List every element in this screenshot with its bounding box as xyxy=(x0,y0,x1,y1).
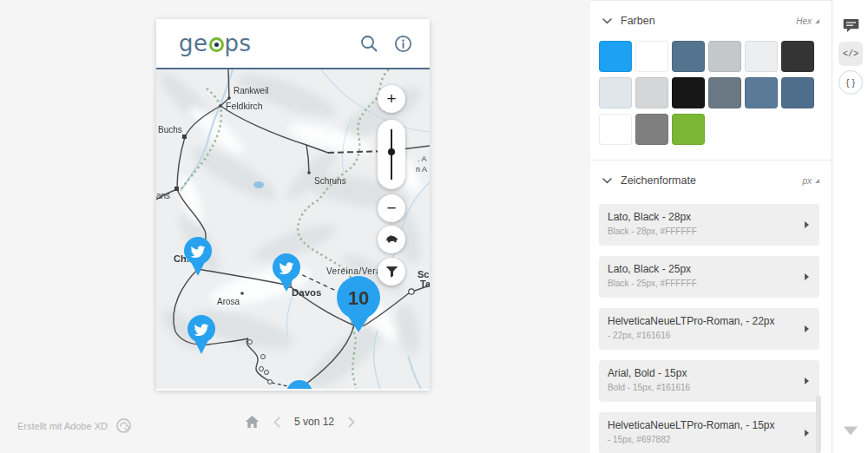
chevron-down-icon[interactable] xyxy=(602,18,612,24)
style-title: Arial, Bold - 15px xyxy=(608,367,797,379)
next-artboard-icon[interactable] xyxy=(348,417,355,428)
chevron-right-icon xyxy=(805,378,809,384)
style-title: HelveticaNeueLTPro-Roman, - 22px xyxy=(608,315,797,327)
label-schruns: Schruns xyxy=(314,176,346,186)
chevron-right-icon xyxy=(805,430,809,437)
label-feldkirch: Feldkirch xyxy=(226,101,263,111)
color-swatch[interactable] xyxy=(708,77,741,108)
color-swatch[interactable] xyxy=(635,114,668,145)
colors-section-title: Farben xyxy=(621,15,655,27)
style-subtitle: - 22px, #161616 xyxy=(608,331,797,340)
color-swatch[interactable] xyxy=(635,41,668,72)
chevron-right-icon xyxy=(805,273,809,280)
color-swatch-grid xyxy=(590,36,832,145)
color-swatch[interactable] xyxy=(745,77,778,108)
color-swatch[interactable] xyxy=(745,41,778,72)
style-subtitle: Black - 28px, #FFFFFF xyxy=(608,226,797,236)
label-tarasp-partial: Tar xyxy=(420,279,430,289)
character-style-card[interactable]: Lato, Black - 28px Black - 28px, #FFFFFF xyxy=(599,204,819,246)
typography-section-title: Zeichenformate xyxy=(621,174,696,187)
character-style-card[interactable]: Arial, Bold - 15px Bold - 15px, #161616 xyxy=(599,360,819,402)
filter-button[interactable] xyxy=(378,258,405,286)
logo-text-post: ps xyxy=(225,30,252,56)
prev-artboard-icon[interactable] xyxy=(273,417,280,428)
adobe-cc-icon xyxy=(115,417,132,434)
color-swatch[interactable] xyxy=(599,77,632,108)
right-toolbar: </> { } xyxy=(832,0,868,453)
artboard-pagination: 5 von 12 xyxy=(245,415,355,429)
style-title: Lato, Black - 25px xyxy=(608,263,797,275)
json-view-button[interactable]: { } xyxy=(838,70,863,95)
zoom-out-button[interactable]: − xyxy=(378,194,405,222)
credit-text: Erstellt mit Adobe XD xyxy=(17,421,108,431)
character-style-list: Lato, Black - 28px Black - 28px, #FFFFFF… xyxy=(590,195,832,453)
color-swatch[interactable] xyxy=(672,41,705,72)
spec-panel: Farben Hex Zeichenformate px xyxy=(590,0,832,453)
section-divider xyxy=(590,160,832,161)
panel-scrollbar-thumb[interactable] xyxy=(816,396,821,453)
label-rankweil: Rankweil xyxy=(233,86,269,95)
app-header: ge ps xyxy=(156,19,430,69)
comments-button[interactable] xyxy=(838,13,863,37)
label-edge-right-2: n A xyxy=(416,165,427,174)
comment-bubble-icon xyxy=(843,18,859,33)
character-style-card[interactable]: HelveticaNeueLTPro-Roman, - 22px - 22px,… xyxy=(599,308,819,350)
color-swatch[interactable] xyxy=(708,41,741,72)
color-swatch[interactable] xyxy=(599,41,632,72)
color-swatch[interactable] xyxy=(781,41,814,72)
artboard-preview[interactable]: ge ps xyxy=(156,19,430,391)
style-title: Lato, Black - 28px xyxy=(608,211,797,223)
color-swatch[interactable] xyxy=(781,77,814,108)
animal-icon xyxy=(385,234,399,246)
label-edge-right-1: . A xyxy=(418,154,427,163)
style-subtitle: Bold - 15px, #161616 xyxy=(608,383,797,392)
label-arosa: Arosa xyxy=(217,297,240,306)
zoom-slider-thumb[interactable] xyxy=(388,148,395,155)
label-sargans-partial: ans xyxy=(156,191,170,200)
logo-o-ring-icon xyxy=(209,37,224,52)
dropdown-triangle-icon xyxy=(815,19,819,23)
triangle-down-icon xyxy=(843,426,858,436)
info-icon[interactable] xyxy=(394,35,412,53)
typo-unit-label: px xyxy=(802,176,812,186)
search-icon[interactable] xyxy=(359,34,378,53)
style-subtitle: Black - 25px, #FFFFFF xyxy=(608,279,797,288)
braces-icon: { } xyxy=(846,77,855,88)
filter-funnel-icon xyxy=(385,266,398,279)
chevron-right-icon xyxy=(805,221,809,228)
label-davos: Davos xyxy=(292,287,322,298)
code-icon: </> xyxy=(843,49,858,59)
character-style-card[interactable]: Lato, Black - 25px Black - 25px, #FFFFFF xyxy=(599,256,819,298)
style-subtitle: - 15px, #697882 xyxy=(608,435,797,444)
lake xyxy=(253,181,264,188)
color-unit-dropdown[interactable]: Hex xyxy=(796,16,819,26)
label-buchs: Buchs xyxy=(158,125,182,135)
dropdown-triangle-icon xyxy=(815,179,819,183)
color-swatch[interactable] xyxy=(635,77,668,108)
zoom-slider[interactable] xyxy=(378,120,405,189)
cluster-count: 10 xyxy=(348,287,369,309)
home-icon[interactable] xyxy=(245,415,260,429)
collapse-indicator[interactable] xyxy=(838,418,863,443)
wildlife-layer-button[interactable] xyxy=(378,226,405,253)
page-indicator: 5 von 12 xyxy=(294,416,334,428)
color-swatch[interactable] xyxy=(672,114,705,145)
typography-section-header[interactable]: Zeichenformate px xyxy=(590,166,832,195)
color-swatch[interactable] xyxy=(672,77,705,108)
geops-logo: ge ps xyxy=(179,30,252,56)
colors-section-header[interactable]: Farben Hex xyxy=(590,6,832,36)
chevron-down-icon[interactable] xyxy=(602,178,612,184)
logo-text-pre: ge xyxy=(179,30,208,56)
color-unit-label: Hex xyxy=(796,16,812,26)
color-swatch[interactable] xyxy=(599,114,632,145)
code-view-button[interactable]: </> xyxy=(838,42,863,66)
typo-unit-dropdown[interactable]: px xyxy=(802,176,819,186)
style-title: HelveticaNeueLTPro-Roman, - 15px xyxy=(608,419,797,431)
zoom-in-button[interactable]: + xyxy=(378,85,405,113)
made-with-credit: Erstellt mit Adobe XD xyxy=(17,417,132,434)
map-canvas[interactable]: Rankweil Feldkirch Buchs ans Schruns Ch.… xyxy=(156,69,430,389)
character-style-card[interactable]: HelveticaNeueLTPro-Roman, - 15px - 15px,… xyxy=(599,412,819,453)
chevron-right-icon xyxy=(805,325,809,332)
